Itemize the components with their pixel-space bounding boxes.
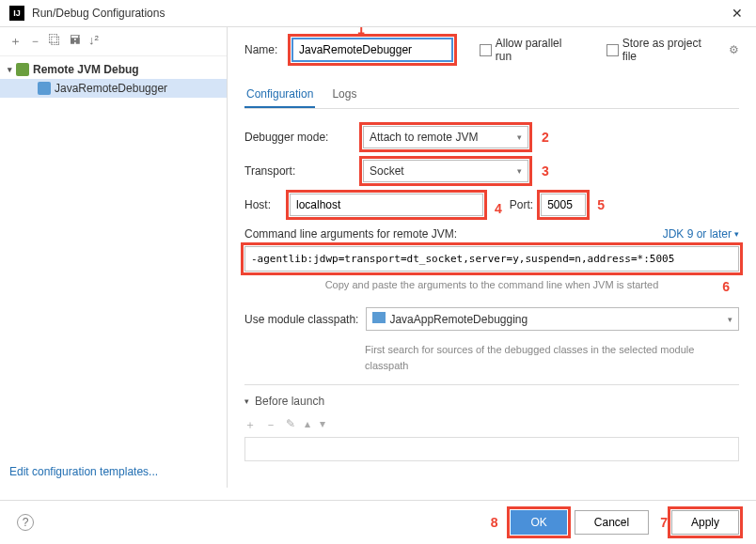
annotation-7: 7 [660, 515, 668, 530]
config-tree: ▾ Remote JVM Debug JavaRemoteDebugger [0, 56, 227, 456]
tree-toolbar: ＋ － ⿻ 🖬 ↓² [0, 27, 227, 56]
annotation-2: 2 [542, 130, 549, 145]
config-type-icon [16, 63, 29, 76]
add-icon[interactable]: ＋ [9, 33, 22, 50]
transport-select[interactable]: Socket ▾ [363, 160, 528, 182]
store-project-checkbox[interactable] [606, 44, 619, 56]
jdk-link-text: JDK 9 or later [663, 227, 732, 241]
tree-item-java-remote-debugger[interactable]: JavaRemoteDebugger [0, 79, 227, 98]
allow-parallel-label: Allow parallel run [496, 37, 580, 63]
sort-icon[interactable]: ↓² [88, 33, 99, 50]
annotation-5: 5 [597, 197, 605, 212]
tree-root-label: Remote JVM Debug [33, 63, 139, 76]
ok-button[interactable]: OK [511, 510, 566, 535]
chevron-down-icon: ▾ [244, 396, 249, 406]
window-title: Run/Debug Configurations [32, 7, 728, 20]
gear-icon[interactable]: ⚙ [729, 43, 739, 56]
chevron-down-icon: ▾ [734, 229, 739, 239]
classpath-label: Use module classpath: [244, 313, 358, 326]
debugger-mode-label: Debugger mode: [244, 131, 355, 144]
host-label: Host: [244, 198, 282, 211]
save-icon[interactable]: 🖬 [69, 33, 81, 50]
annotation-6: 6 [722, 279, 730, 294]
before-launch-label: Before launch [255, 395, 324, 408]
chevron-down-icon: ▾ [8, 65, 12, 74]
debugger-mode-select[interactable]: Attach to remote JVM ▾ [363, 126, 528, 148]
port-label: Port: [510, 198, 533, 211]
chevron-down-icon: ▾ [517, 166, 522, 176]
divider [244, 384, 739, 385]
module-icon [372, 312, 386, 323]
apply-button[interactable]: Apply [671, 510, 739, 535]
before-launch-toolbar: ＋ － ✎ ▴ ▾ [244, 413, 739, 437]
help-icon[interactable]: ? [17, 514, 34, 531]
tree-root-remote-jvm[interactable]: ▾ Remote JVM Debug [0, 60, 227, 79]
jdk-version-link[interactable]: JDK 9 or later ▾ [663, 227, 739, 241]
classpath-select[interactable]: JavaAppRemoteDebugging ▾ [366, 307, 739, 331]
annotation-1: 1 [357, 27, 365, 37]
edit-icon[interactable]: ✎ [286, 417, 295, 433]
annotation-3: 3 [542, 163, 549, 179]
bottom-bar: ? 8 OK Cancel 7 Apply [0, 500, 756, 544]
annotation-8: 8 [491, 515, 498, 530]
remove-icon[interactable]: － [265, 417, 276, 433]
copy-icon[interactable]: ⿻ [49, 33, 61, 50]
tree-item-label: JavaRemoteDebugger [55, 82, 167, 95]
cmdline-label: Command line arguments for remote JVM: [244, 227, 457, 241]
annotation-4: 4 [495, 201, 502, 216]
store-project-label: Store as project file [622, 37, 717, 63]
tab-configuration[interactable]: Configuration [244, 82, 315, 108]
titlebar: IJ Run/Debug Configurations ✕ [0, 0, 756, 27]
tab-logs[interactable]: Logs [330, 82, 358, 108]
before-launch-section[interactable]: ▾ Before launch [244, 395, 739, 408]
classpath-value: JavaAppRemoteDebugging [389, 313, 528, 326]
chevron-down-icon: ▾ [517, 132, 522, 142]
name-label: Name: [244, 43, 284, 56]
cmdline-input[interactable] [244, 246, 739, 272]
debugger-mode-value: Attach to remote JVM [370, 131, 478, 144]
transport-value: Socket [370, 164, 404, 178]
right-panel: Name: Allow parallel run Store as projec… [228, 27, 756, 488]
name-input[interactable] [291, 38, 453, 62]
remove-icon[interactable]: － [29, 33, 41, 50]
tab-bar: Configuration Logs [244, 82, 739, 109]
edit-templates-link[interactable]: Edit configuration templates... [0, 456, 227, 488]
app-icon: IJ [9, 6, 24, 21]
down-icon[interactable]: ▾ [320, 417, 325, 433]
port-input[interactable] [541, 194, 586, 216]
before-launch-list[interactable] [244, 437, 739, 461]
left-panel: ＋ － ⿻ 🖬 ↓² ▾ Remote JVM Debug JavaRemote… [0, 27, 228, 488]
add-icon[interactable]: ＋ [244, 417, 256, 433]
host-input[interactable] [290, 194, 483, 216]
classpath-helper-text: First search for sources of the debugged… [365, 342, 739, 373]
close-icon[interactable]: ✕ [728, 6, 747, 21]
config-item-icon [38, 82, 51, 95]
chevron-down-icon: ▾ [728, 315, 732, 324]
cancel-button[interactable]: Cancel [575, 510, 649, 535]
up-icon[interactable]: ▴ [305, 417, 310, 433]
transport-label: Transport: [244, 164, 355, 178]
allow-parallel-checkbox[interactable] [480, 44, 492, 56]
copy-helper-text: Copy and paste the arguments to the comm… [325, 279, 659, 290]
